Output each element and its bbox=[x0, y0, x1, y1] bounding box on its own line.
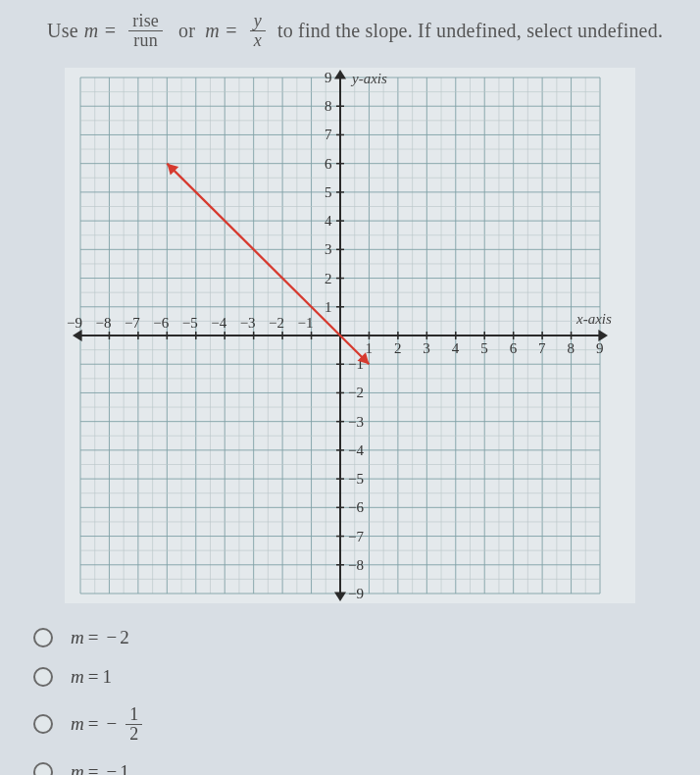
option-label: m = − 2 bbox=[71, 627, 129, 648]
option-label: m = − 1 bbox=[71, 761, 129, 775]
option-a[interactable]: m = − 2 bbox=[33, 627, 700, 648]
option-c[interactable]: m = − 1 2 bbox=[33, 705, 700, 744]
svg-text:7: 7 bbox=[538, 340, 546, 356]
option-d[interactable]: m = − 1 bbox=[33, 761, 700, 775]
chart-svg: −9−8−7−6−5−4−3−2−1123456789−9−8−7−6−5−4−… bbox=[65, 68, 635, 603]
svg-text:5: 5 bbox=[480, 340, 488, 356]
frac-den: x bbox=[250, 31, 266, 50]
svg-text:3: 3 bbox=[423, 340, 430, 356]
prompt-m-eq-2: m = bbox=[205, 20, 238, 42]
svg-text:−3: −3 bbox=[348, 413, 364, 429]
svg-text:−3: −3 bbox=[240, 315, 256, 331]
svg-text:2: 2 bbox=[325, 270, 332, 285]
svg-text:−8: −8 bbox=[95, 315, 111, 331]
radio-icon bbox=[33, 714, 53, 734]
radio-icon bbox=[33, 667, 53, 687]
slope-chart: −9−8−7−6−5−4−3−2−1123456789−9−8−7−6−5−4−… bbox=[65, 68, 635, 603]
svg-text:1: 1 bbox=[365, 340, 373, 356]
svg-text:−1: −1 bbox=[298, 315, 314, 331]
svg-text:−2: −2 bbox=[348, 385, 364, 400]
svg-text:8: 8 bbox=[325, 98, 332, 114]
svg-text:x-axis: x-axis bbox=[575, 311, 612, 327]
svg-text:8: 8 bbox=[568, 340, 575, 356]
svg-text:−4: −4 bbox=[211, 315, 226, 331]
svg-text:4: 4 bbox=[452, 340, 460, 356]
frac-den: run bbox=[129, 31, 162, 50]
svg-text:1: 1 bbox=[325, 299, 332, 315]
svg-text:2: 2 bbox=[394, 340, 402, 356]
svg-text:5: 5 bbox=[325, 184, 332, 200]
prompt-use: Use bbox=[47, 20, 78, 42]
svg-text:−7: −7 bbox=[348, 528, 364, 543]
fraction-one-half: 1 2 bbox=[125, 705, 142, 744]
frac-num: rise bbox=[128, 12, 163, 30]
svg-text:−9: −9 bbox=[348, 586, 364, 601]
prompt-rest: to find the slope. If undefined, select … bbox=[277, 20, 663, 42]
svg-text:9: 9 bbox=[325, 70, 332, 85]
radio-icon bbox=[33, 628, 53, 647]
svg-text:−7: −7 bbox=[125, 315, 140, 331]
svg-text:y-axis: y-axis bbox=[350, 71, 387, 86]
option-b[interactable]: m = 1 bbox=[33, 666, 700, 688]
svg-text:7: 7 bbox=[325, 127, 332, 142]
svg-text:3: 3 bbox=[325, 241, 332, 257]
svg-text:−2: −2 bbox=[269, 315, 284, 331]
frac-num: y bbox=[250, 12, 266, 30]
option-label: m = 1 bbox=[71, 666, 112, 688]
svg-text:4: 4 bbox=[325, 213, 332, 229]
radio-icon bbox=[33, 762, 53, 775]
question-prompt: Use m = rise run or m = y x to find the … bbox=[47, 12, 700, 50]
fraction-y-x: y x bbox=[250, 12, 266, 50]
prompt-or: or bbox=[178, 20, 195, 42]
svg-text:−8: −8 bbox=[348, 557, 364, 573]
answer-options: m = − 2 m = 1 m = − 1 2 bbox=[47, 627, 700, 775]
svg-text:−5: −5 bbox=[348, 471, 364, 487]
svg-text:−6: −6 bbox=[153, 315, 169, 331]
svg-text:6: 6 bbox=[325, 155, 332, 171]
svg-text:−4: −4 bbox=[348, 442, 364, 458]
svg-text:6: 6 bbox=[510, 340, 518, 356]
option-label: m = − 1 2 bbox=[71, 705, 148, 744]
svg-text:−5: −5 bbox=[182, 315, 198, 331]
svg-text:9: 9 bbox=[596, 340, 604, 356]
svg-text:−9: −9 bbox=[67, 315, 82, 331]
prompt-m-eq-1: m = bbox=[84, 20, 118, 42]
fraction-rise-run: rise run bbox=[128, 12, 163, 50]
svg-text:−6: −6 bbox=[348, 499, 364, 515]
